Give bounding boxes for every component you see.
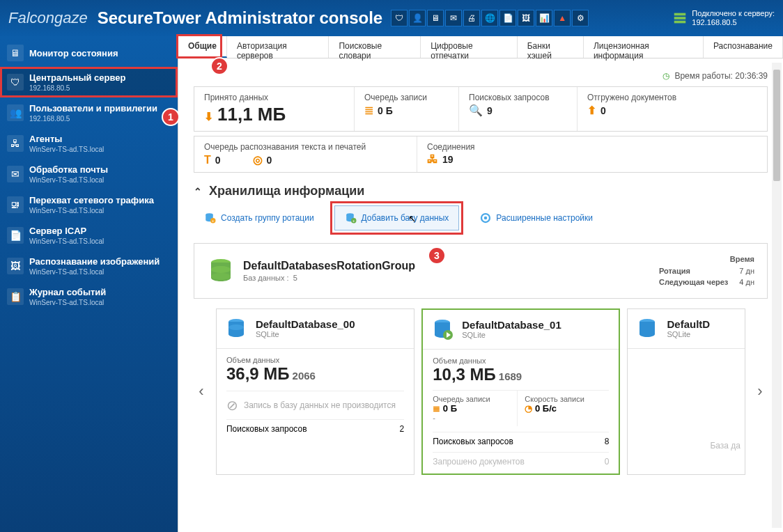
callout-3: 3 (428, 247, 446, 265)
database-active-icon (431, 318, 453, 341)
create-group-button[interactable]: + Создать группу ротации (194, 205, 325, 230)
server-icon (672, 10, 688, 26)
tab-general[interactable]: Общие (178, 36, 227, 58)
hdr-icon-chart[interactable]: 📊 (536, 10, 552, 26)
header-module-icons: 🛡 👤 🖥 ✉ 🖨 🌐 📄 🖼 📊 ▲ ⚙ (391, 10, 589, 26)
connection-indicator: Подключено к серверу: 192.168.80.5 (672, 9, 775, 27)
content: ◷ Время работы: 20:36:39 Принято данных … (178, 58, 783, 532)
upload-icon: ⬆ (587, 104, 596, 117)
main-area: Общие Авторизация серверов Поисковые сло… (178, 36, 783, 532)
svg-text:+: + (212, 219, 215, 223)
traffic-icon: 🖳 (7, 196, 24, 213)
sidebar-item-mail[interactable]: ✉ Обработка почты WinServ-TS-ad.TS.local (0, 159, 178, 189)
gear-icon (479, 212, 492, 224)
add-database-button[interactable]: + Добавить базу данных ↖ (334, 205, 460, 230)
db-card-1[interactable]: DefaultDatabase_01 SQLite Объем данных 1… (421, 308, 620, 475)
svg-rect-0 (674, 13, 686, 16)
next-arrow[interactable]: › (752, 308, 768, 475)
db-add-group-icon: + (204, 212, 217, 224)
sidebar-item-log[interactable]: 📋 Журнал событий WinServ-TS-ad.TS.local (0, 281, 178, 312)
queue-icon: ≣ (364, 104, 373, 117)
stats-row-1: Принято данных ⬇11,1 МБ Очередь записи ≣… (194, 86, 768, 132)
text-icon: T (204, 154, 211, 166)
db-card-2[interactable]: DefaultD SQLite База да (627, 308, 745, 475)
svg-rect-2 (674, 21, 686, 24)
sidebar-item-monitor[interactable]: 🖥 Монитор состояния (0, 39, 178, 67)
stats-row-2: Очередь распознавания текста и печатей T… (194, 136, 768, 173)
section-storage[interactable]: ⌃ Хранилища информации (194, 184, 768, 198)
sidebar-item-traffic[interactable]: 🖳 Перехват сетевого трафика WinServ-TS-a… (0, 189, 178, 220)
tab-auth[interactable]: Авторизация серверов (227, 36, 329, 58)
mail-icon: ✉ (7, 166, 24, 182)
log-icon: 📋 (7, 288, 24, 305)
database-icon (225, 318, 247, 340)
connected-ip: 192.168.80.5 (692, 18, 775, 27)
gauge-icon: ◔ (525, 403, 535, 414)
callout-1: 1 (162, 108, 180, 126)
db-card-0[interactable]: DefaultDatabase_00 SQLite Объем данных 3… (216, 308, 414, 475)
storage-toolbar: + Создать группу ротации + Добавить базу… (194, 205, 768, 230)
sidebar-item-users[interactable]: 👥 Пользователи и привилегии 192.168.80.5 (0, 97, 178, 128)
connection-icon: 🖧 (427, 153, 438, 166)
database-group-icon (207, 257, 235, 285)
hdr-icon-user[interactable]: 👤 (409, 10, 426, 26)
svg-point-10 (484, 217, 488, 220)
hdr-icon-monitor[interactable]: 🖥 (427, 10, 444, 26)
hdr-icon-printer[interactable]: 🖨 (463, 10, 480, 26)
sidebar-item-image-recog[interactable]: 🖼 Распознавание изображений WinServ-TS-a… (0, 251, 178, 281)
search-icon: 🔍 (469, 104, 483, 117)
uptime: ◷ Время работы: 20:36:39 (194, 71, 768, 81)
prev-arrow[interactable]: ‹ (194, 308, 209, 475)
sidebar-item-central-server[interactable]: 🛡 Центральный сервер 192.168.80.5 (0, 67, 178, 97)
svg-point-12 (211, 266, 231, 273)
clock-icon: ◷ (662, 71, 669, 81)
cursor-icon: ↖ (408, 213, 417, 224)
product-title: SecureTower Administrator console (98, 8, 382, 28)
hdr-icon-image[interactable]: 🖼 (518, 10, 534, 26)
database-icon (636, 318, 658, 340)
tab-hash[interactable]: Банки хэшей (518, 36, 584, 58)
hdr-icon-alert[interactable]: ▲ (554, 10, 571, 26)
svg-point-15 (228, 324, 244, 330)
chevron-down-icon: ⌃ (194, 186, 202, 197)
hdr-icon-net[interactable]: 🌐 (481, 10, 498, 26)
hdr-icon-shield[interactable]: 🛡 (391, 10, 408, 26)
svg-rect-1 (674, 17, 686, 19)
icap-icon: 📄 (7, 227, 24, 244)
svg-point-13 (211, 273, 231, 280)
svg-text:+: + (352, 219, 355, 223)
hdr-icon-doc[interactable]: 📄 (499, 10, 516, 26)
hdr-icon-mail[interactable]: ✉ (445, 10, 462, 26)
advanced-settings-button[interactable]: Расширенные настройки (469, 205, 603, 230)
download-icon: ⬇ (204, 110, 213, 123)
sidebar-item-icap[interactable]: 📄 Сервер ICAP WinServ-TS-ad.TS.local (0, 220, 178, 251)
tab-license[interactable]: Лицензионная информация (584, 36, 704, 58)
monitor-icon: 🖥 (7, 45, 24, 61)
no-write-icon: ⊘ (226, 397, 238, 414)
sidebar: 🖥 Монитор состояния 🛡 Центральный сервер… (0, 36, 178, 532)
tab-dict[interactable]: Поисковые словари (329, 36, 421, 58)
image-icon: 🖼 (7, 258, 24, 274)
group-title: DefaultDatabasesRotationGroup (243, 260, 415, 272)
brand: Falcongaze (8, 9, 88, 27)
connected-label: Подключено к серверу: (692, 9, 775, 18)
sidebar-item-agents[interactable]: 🖧 Агенты WinServ-TS-ad.TS.local (0, 128, 178, 159)
rotation-info: Время Ротация7 дн Следующая через4 дн (659, 253, 754, 288)
agents-icon: 🖧 (7, 135, 24, 152)
queue-icon: ≣ (433, 403, 443, 414)
shield-icon: 🛡 (7, 74, 24, 91)
db-add-icon: + (345, 212, 357, 224)
tab-bar: Общие Авторизация серверов Поисковые сло… (178, 36, 783, 58)
tab-fingerprints[interactable]: Цифровые отпечатки (421, 36, 518, 58)
hdr-icon-gear[interactable]: ⚙ (572, 10, 589, 26)
callout-2: 2 (210, 57, 228, 75)
users-icon: 👥 (7, 104, 24, 121)
app-header: Falcongaze SecureTower Administrator con… (0, 0, 783, 36)
rotation-group-card[interactable]: DefaultDatabasesRotationGroup Баз данных… (194, 243, 768, 299)
database-row: ‹ DefaultDatabase_00 SQLite Объем данных… (194, 308, 768, 475)
scrollbar-vertical[interactable] (772, 63, 782, 528)
tab-recog[interactable]: Распознавание (704, 36, 783, 58)
stamp-icon: ◎ (253, 153, 263, 166)
